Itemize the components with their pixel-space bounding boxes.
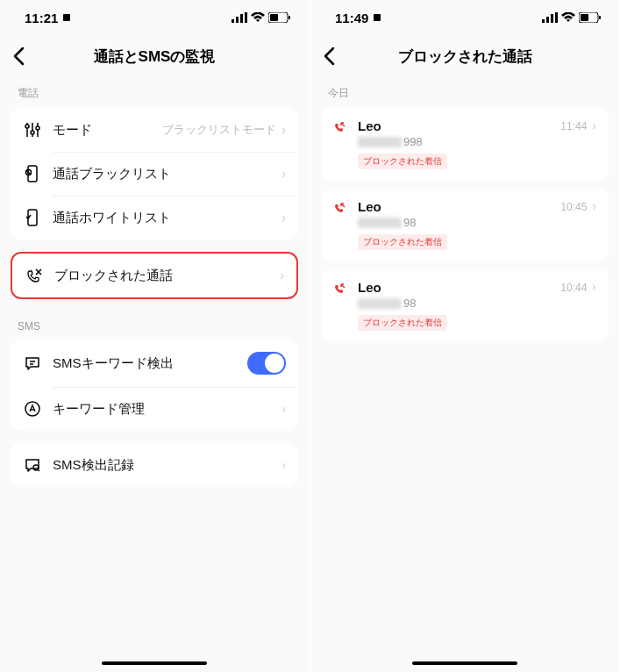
call-time: 10:44 (560, 282, 587, 294)
phone-block-icon (23, 164, 42, 183)
svg-rect-16 (374, 14, 381, 21)
svg-rect-6 (270, 14, 278, 21)
svg-rect-7 (289, 16, 290, 19)
status-bar: 11:49 (310, 0, 619, 35)
call-name: Leo (358, 280, 552, 295)
chevron-right-icon: › (281, 167, 286, 181)
chevron-right-icon: › (281, 123, 286, 137)
call-status: ブロックされた着信 (358, 315, 447, 331)
card-phone-main: モード ブラックリストモード › 通話ブラックリスト › 通話ホワイトリスト › (11, 108, 298, 239)
back-button[interactable] (323, 46, 335, 66)
row-value: ブラックリストモード (162, 122, 276, 138)
svg-rect-3 (240, 14, 243, 23)
cellular-icon (542, 12, 558, 23)
chevron-right-icon: › (281, 211, 286, 225)
call-item[interactable]: Leo 998 ブロックされた着信 11:44 › (321, 108, 609, 180)
svg-rect-22 (581, 14, 588, 21)
svg-rect-19 (551, 14, 553, 23)
chevron-right-icon: › (592, 280, 596, 294)
chevron-left-icon (323, 46, 335, 66)
call-item[interactable]: Leo 98 ブロックされた着信 10:44 › (321, 269, 609, 341)
call-time: 10:45 (560, 201, 587, 213)
row-sms-keyword[interactable]: SMSキーワード検出 (11, 340, 298, 387)
home-indicator[interactable] (102, 661, 207, 665)
svg-point-10 (36, 126, 39, 130)
row-whitelist[interactable]: 通話ホワイトリスト › (11, 196, 298, 239)
phone-right: 11:49 ブロックされた通話 今日 Leo 998 ブロックされた着信 1 (310, 0, 619, 672)
battery-icon (268, 12, 291, 23)
phone-allow-icon (23, 208, 42, 227)
call-status: ブロックされた着信 (358, 154, 447, 169)
row-mode[interactable]: モード ブラックリストモード › (11, 108, 298, 152)
page-title: 通話とSMSの監視 (0, 46, 309, 67)
home-indicator[interactable] (412, 661, 517, 665)
toggle-sms-keyword[interactable] (247, 352, 286, 375)
svg-rect-2 (236, 17, 239, 23)
chevron-left-icon (12, 46, 25, 66)
row-blacklist[interactable]: 通話ブラックリスト › (11, 152, 298, 196)
page-header: 通話とSMSの監視 (0, 35, 309, 77)
card-sms-main: SMSキーワード検出 キーワード管理 › (11, 340, 298, 431)
cellular-icon (232, 12, 247, 23)
svg-rect-17 (542, 19, 545, 23)
svg-point-8 (25, 125, 29, 128)
app-indicator-icon (61, 12, 72, 23)
back-button[interactable] (12, 46, 25, 66)
battery-icon (579, 12, 602, 23)
call-blocked-icon (25, 266, 44, 285)
call-time: 11:44 (560, 120, 587, 132)
card-blocked-calls: ブロックされた通話 › (11, 252, 298, 299)
status-time: 11:49 (335, 11, 368, 25)
svg-point-9 (31, 131, 34, 134)
keyword-manage-icon (23, 399, 42, 418)
call-status: ブロックされた着信 (358, 234, 447, 250)
wifi-icon (251, 12, 265, 23)
section-label-sms: SMS (11, 311, 298, 340)
row-label: モード (53, 122, 162, 139)
sliders-icon (23, 120, 42, 139)
call-number: 98 (358, 297, 552, 310)
row-sms-log[interactable]: SMS検出記録 › (11, 443, 298, 487)
section-label-today: 今日 (321, 77, 609, 108)
missed-call-icon (333, 120, 349, 136)
chevron-right-icon: › (281, 458, 286, 472)
phone-left: 11:21 通話とSMSの監視 電話 モード ブラックリストモード › (0, 0, 309, 672)
svg-rect-23 (599, 16, 601, 19)
page-title: ブロックされた通話 (310, 46, 619, 67)
call-number: 98 (358, 216, 552, 229)
svg-rect-1 (232, 19, 234, 23)
wifi-icon (561, 12, 575, 23)
chevron-right-icon: › (592, 118, 596, 132)
missed-call-icon (333, 282, 349, 297)
status-time: 11:21 (25, 11, 58, 25)
card-sms-log: SMS検出記録 › (11, 443, 298, 487)
section-label-phone: 電話 (11, 77, 298, 108)
page-header: ブロックされた通話 (310, 35, 619, 77)
svg-rect-18 (546, 17, 549, 23)
row-label: 通話ブラックリスト (53, 166, 281, 182)
missed-call-icon (333, 201, 349, 217)
chat-keyword-icon (23, 354, 42, 373)
chat-log-icon (23, 455, 42, 475)
row-label: 通話ホワイトリスト (53, 210, 281, 226)
status-bar: 11:21 (0, 0, 309, 35)
row-label: SMS検出記録 (53, 457, 281, 474)
row-label: キーワード管理 (53, 401, 281, 418)
row-blocked-calls[interactable]: ブロックされた通話 › (12, 254, 296, 297)
call-name: Leo (358, 118, 552, 133)
chevron-right-icon: › (592, 199, 596, 213)
row-label: SMSキーワード検出 (53, 355, 247, 372)
chevron-right-icon: › (281, 402, 286, 416)
app-indicator-icon (372, 12, 382, 23)
call-name: Leo (358, 199, 552, 214)
svg-rect-4 (245, 12, 247, 23)
svg-rect-0 (63, 14, 70, 21)
call-item[interactable]: Leo 98 ブロックされた着信 10:45 › (321, 189, 609, 261)
svg-rect-20 (555, 12, 558, 23)
chevron-right-icon: › (280, 268, 284, 282)
row-label: ブロックされた通話 (54, 268, 280, 284)
call-number: 998 (358, 135, 552, 148)
row-keyword-manage[interactable]: キーワード管理 › (11, 387, 298, 431)
